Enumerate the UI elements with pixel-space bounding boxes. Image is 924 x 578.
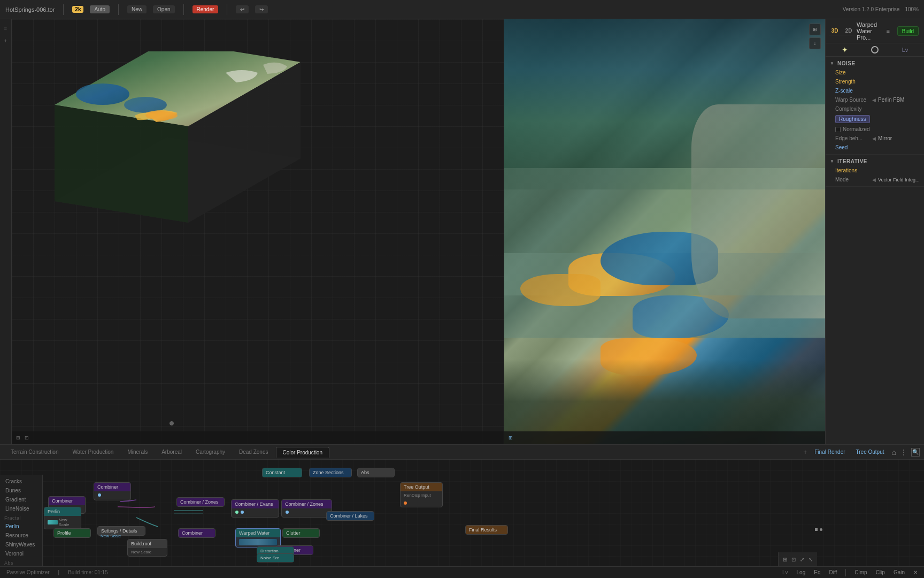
settings-btn[interactable]: ⋮	[900, 448, 907, 456]
node-list-voronoi[interactable]: Voronoi	[0, 549, 42, 558]
tab-dead-zones[interactable]: Dead Zones	[233, 447, 274, 457]
node-clutter[interactable]: Clutter	[282, 528, 320, 538]
tab-terrain-construction[interactable]: Terrain Construction	[4, 447, 65, 457]
panel-header: Warped Water Pro... ≡ Build	[854, 21, 921, 41]
noise-section-header[interactable]: ▼ NOISE	[826, 59, 924, 68]
node-list-dunes[interactable]: Dunes	[0, 486, 42, 495]
2d-view-toggle[interactable]: 2D	[843, 27, 854, 35]
build-button[interactable]: Build	[897, 26, 919, 36]
x-btn[interactable]: ✕	[913, 569, 918, 575]
node-abs-top[interactable]: Abs	[357, 468, 395, 477]
mode-value[interactable]: Vector Field Integ...	[878, 177, 920, 182]
iterative-section-title: ITERATIVE	[837, 158, 867, 164]
vp-mode-btn[interactable]: ⊞	[16, 435, 20, 440]
tab-color-production[interactable]: Color Production	[276, 447, 329, 458]
sidebar-add-icon[interactable]: +	[2, 36, 10, 45]
node-profile[interactable]: Profile	[53, 528, 91, 538]
iterations-label: Iterations	[835, 168, 870, 173]
node-list-section-fractal: Fractal	[0, 513, 42, 522]
node-constant[interactable]: Constant	[262, 468, 302, 477]
size-label: Size	[835, 70, 870, 75]
tab-cartography[interactable]: Cartography	[189, 447, 232, 457]
node-list-linenoise[interactable]: LineNoise	[0, 504, 42, 513]
home-btn[interactable]: ⌂	[892, 448, 896, 457]
sidebar-layers-icon[interactable]: ≡	[2, 24, 10, 32]
node-combiner-evans[interactable]: Combiner / Evans	[231, 499, 279, 518]
vp2d-mode[interactable]: ⊞	[509, 435, 513, 440]
iterative-section-header[interactable]: ▼ ITERATIVE	[826, 157, 924, 166]
node-combiner-evans-header: Combiner / Evans	[232, 500, 279, 508]
zscale-label: Z-scale	[835, 88, 870, 94]
redo-button[interactable]: ↪	[255, 5, 268, 13]
node-perlin[interactable]: Perlin New Scale	[44, 507, 81, 529]
node-combiner-lower[interactable]: Combiner	[178, 528, 215, 538]
viewport-3d[interactable]: ⊞ ⊡	[12, 19, 504, 444]
node-combiner-zones-2-header: Combiner / Zones	[282, 500, 332, 508]
resize-icon[interactable]: ⊡	[791, 557, 796, 562]
eq-btn[interactable]: Eq	[814, 569, 820, 575]
node-final-results-header: Final Results	[466, 526, 507, 534]
add-node-btn[interactable]: +	[803, 448, 807, 456]
clip-btn[interactable]: Clip	[876, 569, 885, 575]
3d-view-toggle[interactable]: 3D	[829, 27, 841, 35]
vp-grid-btn[interactable]: ⊡	[25, 435, 29, 440]
complexity-row: Complexity	[826, 104, 924, 113]
sun-icon[interactable]: ✦	[842, 45, 848, 54]
download-btn[interactable]: ↓	[809, 37, 821, 49]
panel-menu-btn[interactable]: ≡	[883, 26, 893, 36]
node-combiner-top[interactable]: Combiner	[94, 482, 131, 500]
node-list-perlin[interactable]: Perlin	[0, 522, 42, 531]
tree-output-btn[interactable]: Tree Output	[853, 448, 888, 456]
normalized-checkbox[interactable]	[835, 127, 841, 132]
open-button[interactable]: Open	[153, 5, 174, 13]
expand-icon[interactable]: ⤢	[800, 557, 804, 562]
viewport-2d[interactable]: ⊞ ↓ ⊞	[504, 19, 825, 444]
normalized-row: Normalized	[826, 125, 924, 134]
node-build-roof[interactable]: Build.roof New Scale	[127, 539, 167, 557]
search-node-btn[interactable]: 🔍	[911, 448, 920, 457]
new-node-label: New Scale	[101, 534, 121, 538]
edgebeh-chevron[interactable]: ◀	[872, 136, 876, 141]
port-evans	[235, 511, 238, 514]
resolution-badge[interactable]: 2k	[72, 6, 83, 13]
node-left-list: Cracks Dunes Gradient LineNoise Fractal …	[0, 475, 43, 578]
mode-row: Mode ◀ Vector Field Integ...	[826, 175, 924, 184]
diff-btn[interactable]: Diff	[829, 569, 837, 575]
edgebeh-value[interactable]: Mirror	[878, 135, 892, 141]
auto-button[interactable]: Auto	[90, 5, 110, 13]
node-combiner-zones-2[interactable]: Combiner / Zones	[281, 499, 332, 518]
node-zone-sections[interactable]: Zone Sections	[309, 468, 352, 477]
mode-chevron[interactable]: ◀	[872, 177, 876, 182]
node-list-shinywaves[interactable]: ShinyWaves	[0, 540, 42, 549]
new-button[interactable]: New	[127, 5, 147, 13]
node-final-results[interactable]: Final Results	[465, 525, 508, 535]
tab-water-production[interactable]: Water Production	[66, 447, 120, 457]
undo-button[interactable]: ↩	[236, 5, 249, 13]
clmp-btn[interactable]: Clmp	[854, 569, 867, 575]
warpsource-chevron[interactable]: ◀	[872, 97, 876, 103]
node-tree-output[interactable]: Tree Output RenDisp Input	[400, 482, 443, 507]
warpsource-value[interactable]: Perlin FBM	[878, 97, 904, 103]
grid-view-btn[interactable]: ⊞	[809, 24, 821, 35]
node-list-gradient[interactable]: Gradient	[0, 495, 42, 504]
log-btn[interactable]: Log	[797, 569, 806, 575]
tab-minerals[interactable]: Minerals	[121, 447, 154, 457]
node-warped-water[interactable]: Warped Water	[235, 528, 281, 547]
node-noise-src[interactable]: Noise Src	[257, 553, 294, 562]
viewport-2d-bottom: ⊞	[504, 431, 825, 444]
roughness-label[interactable]: Roughness	[835, 115, 870, 123]
node-combiner-lakes[interactable]: Combiner / Lakes	[326, 511, 374, 521]
node-combiner-zones-1[interactable]: Combiner / Zones	[176, 497, 225, 507]
node-perlin-header: Perlin	[44, 507, 81, 516]
node-list-cracks[interactable]: Cracks	[0, 477, 42, 486]
grid-icon[interactable]: ⊞	[783, 557, 787, 562]
node-combiner-lakes-header: Combiner / Lakes	[327, 512, 374, 520]
iterative-section: ▼ ITERATIVE Iterations Mode ◀ Vector Fie…	[826, 155, 924, 187]
render-button[interactable]: Render	[192, 5, 219, 13]
final-render-btn[interactable]: Final Render	[811, 448, 848, 456]
circle-icon[interactable]	[871, 46, 879, 54]
collapse-icon[interactable]: ⤡	[808, 557, 813, 562]
node-list-resource[interactable]: Resource	[0, 531, 42, 540]
gain-btn[interactable]: Gain	[894, 569, 905, 575]
tab-arboreal[interactable]: Arboreal	[155, 447, 188, 457]
